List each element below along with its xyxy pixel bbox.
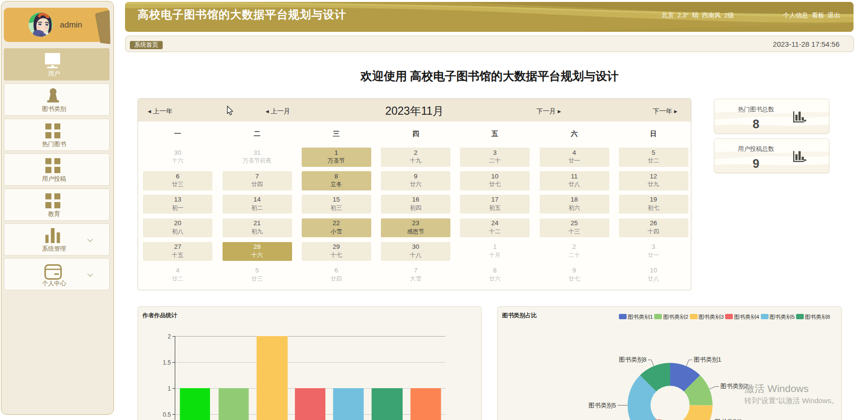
svg-text:1: 1 [168,385,171,392]
svg-text:图书类别5: 图书类别5 [588,402,616,409]
svg-text:图书类别2: 图书类别2 [720,383,748,390]
svg-text:2: 2 [168,333,171,340]
svg-text:图书类别8: 图书类别8 [619,356,646,363]
svg-text:0.5: 0.5 [163,411,171,418]
svg-text:图书类别1: 图书类别1 [694,356,721,363]
svg-text:1.5: 1.5 [163,359,171,366]
